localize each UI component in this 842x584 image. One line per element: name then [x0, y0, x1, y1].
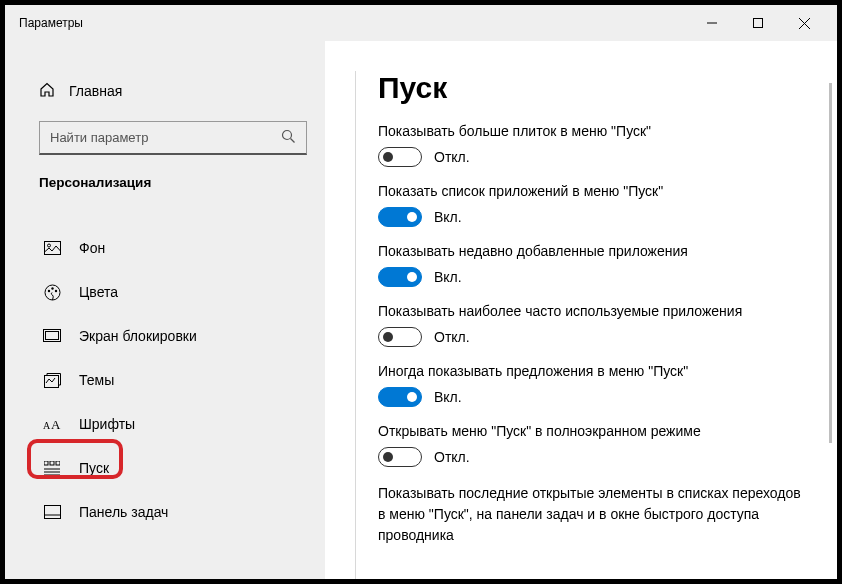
svg-point-9: [47, 289, 49, 291]
svg-rect-1: [754, 19, 763, 28]
setting-block: Иногда показывать предложения в меню "Пу…: [378, 363, 803, 407]
toggle-row: Откл.: [378, 327, 803, 347]
toggle-state-label: Откл.: [434, 449, 470, 465]
sidebar-item-label: Фон: [79, 240, 105, 256]
sidebar-section-title: Персонализация: [5, 175, 325, 190]
toggle-row: Откл.: [378, 147, 803, 167]
sidebar-item-label: Темы: [79, 372, 114, 388]
minimize-icon: [707, 18, 717, 28]
lockscreen-icon: [43, 329, 61, 343]
content-area: Пуск Показывать больше плиток в меню "Пу…: [325, 41, 837, 579]
toggle-row: Вкл.: [378, 207, 803, 227]
sidebar-item-label: Панель задач: [79, 504, 168, 520]
sidebar: Главная Персонализация Фон Цвета Э: [5, 41, 325, 579]
sidebar-item-start[interactable]: Пуск: [5, 446, 325, 490]
toggle-state-label: Вкл.: [434, 389, 462, 405]
toggle-row: Вкл.: [378, 387, 803, 407]
setting-label: Показывать недавно добавленные приложени…: [378, 243, 803, 259]
setting-block: Показывать больше плиток в меню "Пуск"От…: [378, 123, 803, 167]
scrollbar-thumb[interactable]: [829, 83, 832, 443]
taskbar-icon: [43, 505, 61, 519]
svg-text:A: A: [43, 420, 51, 431]
maximize-button[interactable]: [735, 8, 781, 38]
svg-line-5: [291, 138, 295, 142]
toggle-switch[interactable]: [378, 147, 422, 167]
setting-label: Показывать последние открытые элементы в…: [378, 483, 803, 546]
sidebar-item-label: Шрифты: [79, 416, 135, 432]
home-label: Главная: [69, 83, 122, 99]
minimize-button[interactable]: [689, 8, 735, 38]
setting-label: Показать список приложений в меню "Пуск": [378, 183, 803, 199]
setting-block: Открывать меню "Пуск" в полноэкранном ре…: [378, 423, 803, 467]
sidebar-item-label: Пуск: [79, 460, 109, 476]
fonts-icon: AA: [43, 417, 61, 431]
maximize-icon: [753, 18, 763, 28]
svg-rect-23: [44, 506, 60, 519]
toggle-state-label: Откл.: [434, 329, 470, 345]
start-icon: [43, 461, 61, 475]
scrollbar[interactable]: [827, 41, 837, 579]
toggle-knob: [383, 332, 393, 342]
close-icon: [799, 18, 810, 29]
svg-rect-24: [44, 515, 60, 519]
toggle-switch[interactable]: [378, 327, 422, 347]
toggle-switch[interactable]: [378, 207, 422, 227]
search-box[interactable]: [39, 121, 307, 155]
setting-label: Показывать больше плиток в меню "Пуск": [378, 123, 803, 139]
sidebar-item-fonts[interactable]: AA Шрифты: [5, 402, 325, 446]
home-nav-item[interactable]: Главная: [5, 79, 325, 103]
search-icon: [281, 129, 296, 147]
toggle-state-label: Вкл.: [434, 269, 462, 285]
palette-icon: [43, 284, 61, 301]
setting-block: Показывать наиболее часто используемые п…: [378, 303, 803, 347]
sidebar-item-label: Экран блокировки: [79, 328, 197, 344]
toggle-switch[interactable]: [378, 267, 422, 287]
svg-point-10: [51, 287, 53, 289]
toggle-state-label: Откл.: [434, 149, 470, 165]
svg-point-4: [283, 130, 292, 139]
svg-rect-19: [56, 461, 60, 465]
sidebar-item-lockscreen[interactable]: Экран блокировки: [5, 314, 325, 358]
setting-label: Показывать наиболее часто используемые п…: [378, 303, 803, 319]
toggle-state-label: Вкл.: [434, 209, 462, 225]
sidebar-item-taskbar[interactable]: Панель задач: [5, 490, 325, 534]
toggle-knob: [407, 212, 417, 222]
toggle-row: Вкл.: [378, 267, 803, 287]
sidebar-item-background[interactable]: Фон: [5, 226, 325, 270]
svg-rect-18: [50, 461, 54, 465]
setting-block: Показывать недавно добавленные приложени…: [378, 243, 803, 287]
picture-icon: [43, 241, 61, 255]
toggle-knob: [407, 392, 417, 402]
svg-rect-17: [44, 461, 48, 465]
home-icon: [39, 82, 55, 101]
svg-point-8: [45, 285, 60, 300]
window-title: Параметры: [19, 16, 83, 30]
sidebar-item-label: Цвета: [79, 284, 118, 300]
toggle-knob: [383, 452, 393, 462]
toggle-row: Откл.: [378, 447, 803, 467]
sidebar-item-themes[interactable]: Темы: [5, 358, 325, 402]
svg-rect-13: [46, 332, 59, 340]
sidebar-item-colors[interactable]: Цвета: [5, 270, 325, 314]
svg-text:A: A: [51, 417, 61, 431]
toggle-switch[interactable]: [378, 387, 422, 407]
search-input[interactable]: [50, 130, 281, 145]
setting-label: Иногда показывать предложения в меню "Пу…: [378, 363, 803, 379]
toggle-knob: [383, 152, 393, 162]
toggle-knob: [407, 272, 417, 282]
page-heading: Пуск: [378, 71, 803, 105]
setting-block: Показать список приложений в меню "Пуск"…: [378, 183, 803, 227]
themes-icon: [43, 373, 61, 388]
svg-point-7: [47, 244, 50, 247]
close-button[interactable]: [781, 8, 827, 38]
toggle-switch[interactable]: [378, 447, 422, 467]
svg-point-11: [54, 289, 56, 291]
setting-label: Открывать меню "Пуск" в полноэкранном ре…: [378, 423, 803, 439]
titlebar: Параметры: [5, 5, 837, 41]
